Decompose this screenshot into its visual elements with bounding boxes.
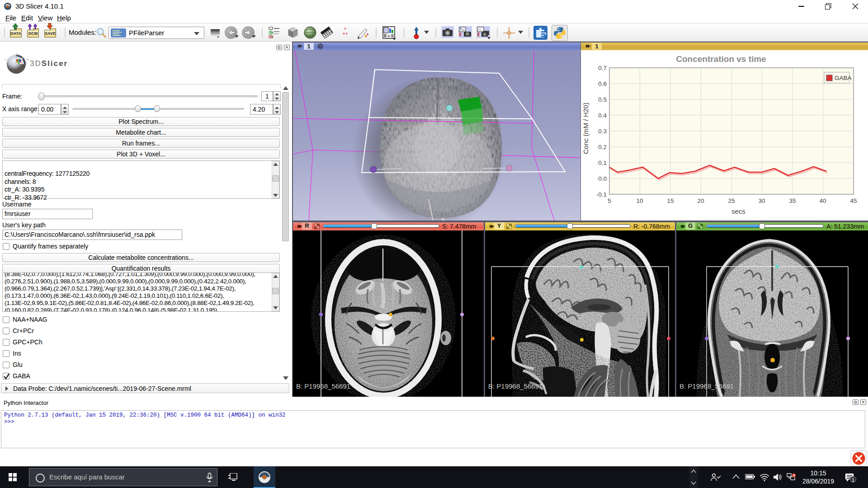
svg-text:15: 15 (667, 197, 674, 204)
svg-text:25: 25 (728, 197, 735, 204)
svg-text:0.6: 0.6 (598, 80, 607, 87)
svg-text:10: 10 (636, 197, 643, 204)
svg-text:40: 40 (819, 197, 826, 204)
svg-text:0.7: 0.7 (598, 65, 607, 71)
svg-text:0.4: 0.4 (598, 112, 607, 119)
svg-text:35: 35 (789, 197, 796, 204)
svg-text:B: P19968_56691: B: P19968_56691 (296, 382, 350, 390)
svg-text:0.3: 0.3 (598, 128, 607, 135)
svg-text:GABA: GABA (835, 75, 852, 81)
svg-text:Conc (mM / H20): Conc (mM / H20) (582, 103, 590, 154)
svg-text:5: 5 (608, 197, 611, 204)
svg-text:45: 45 (850, 197, 857, 204)
svg-text:20: 20 (697, 197, 704, 204)
svg-text:1: 1 (852, 477, 854, 483)
svg-text:B: P19968_56691: B: P19968_56691 (679, 382, 734, 390)
svg-text:30: 30 (758, 197, 765, 204)
svg-text:0.5: 0.5 (598, 96, 607, 103)
svg-text:B: P19968_56691: B: P19968_56691 (488, 382, 542, 390)
svg-text:0.1: 0.1 (598, 160, 607, 166)
svg-text:secs: secs (731, 207, 745, 215)
svg-text:Concentration vs time: Concentration vs time (676, 54, 766, 64)
svg-text:-0.1: -0.1 (596, 191, 607, 198)
svg-text:0.2: 0.2 (598, 144, 607, 150)
svg-text:0.0: 0.0 (598, 175, 607, 182)
